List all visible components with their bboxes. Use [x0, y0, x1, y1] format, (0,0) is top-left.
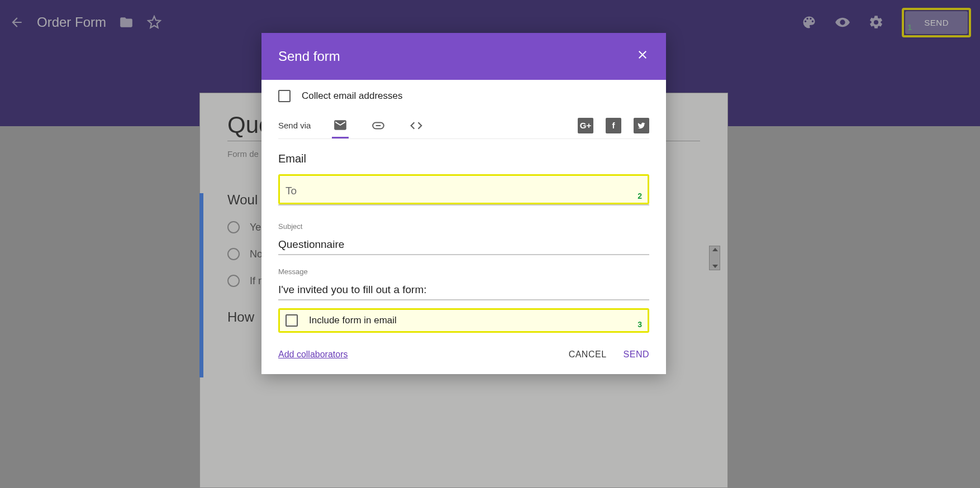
modal-send-button[interactable]: SEND: [624, 350, 649, 360]
cancel-button[interactable]: CANCEL: [569, 350, 607, 360]
facebook-icon[interactable]: f: [606, 118, 621, 133]
to-input[interactable]: [286, 181, 643, 200]
include-highlight: Include form in email 3: [278, 308, 649, 333]
social-row: G+ f: [578, 118, 649, 133]
message-input[interactable]: [278, 280, 649, 300]
close-icon[interactable]: [636, 48, 649, 65]
collect-emails-label: Collect email addresses: [302, 90, 402, 102]
message-label: Message: [278, 267, 649, 276]
divider: [278, 204, 649, 205]
subject-input[interactable]: [278, 235, 649, 255]
googleplus-icon[interactable]: G+: [578, 118, 593, 133]
mail-icon[interactable]: [332, 122, 349, 138]
link-icon[interactable]: [370, 117, 387, 134]
modal-body: Collect email addresses Send via G+ f: [261, 80, 666, 374]
twitter-icon[interactable]: [634, 118, 649, 133]
checkbox-icon[interactable]: [278, 90, 291, 102]
collect-emails-row[interactable]: Collect email addresses: [278, 90, 649, 102]
modal-footer: Add collaborators CANCEL SEND: [278, 350, 649, 360]
modal-title: Send form: [278, 49, 340, 64]
subject-label: Subject: [278, 222, 649, 231]
email-heading: Email: [278, 152, 649, 165]
embed-icon[interactable]: [408, 117, 425, 134]
message-field: Message: [278, 267, 649, 300]
footer-buttons: CANCEL SEND: [569, 350, 649, 360]
send-form-modal: Send form Collect email addresses Send v…: [261, 33, 666, 374]
send-via-left: Send via: [278, 117, 425, 134]
to-field-highlight: 2: [278, 174, 649, 204]
subject-field: Subject: [278, 222, 649, 255]
include-form-label: Include form in email: [309, 315, 397, 326]
annotation-3: 3: [638, 320, 642, 329]
annotation-2: 2: [638, 192, 642, 200]
checkbox-icon[interactable]: [286, 314, 298, 327]
include-form-row[interactable]: Include form in email: [286, 314, 642, 327]
send-via-row: Send via G+ f: [278, 112, 649, 139]
send-via-label: Send via: [278, 121, 311, 130]
modal-header: Send form: [261, 33, 666, 80]
add-collaborators-link[interactable]: Add collaborators: [278, 350, 348, 360]
